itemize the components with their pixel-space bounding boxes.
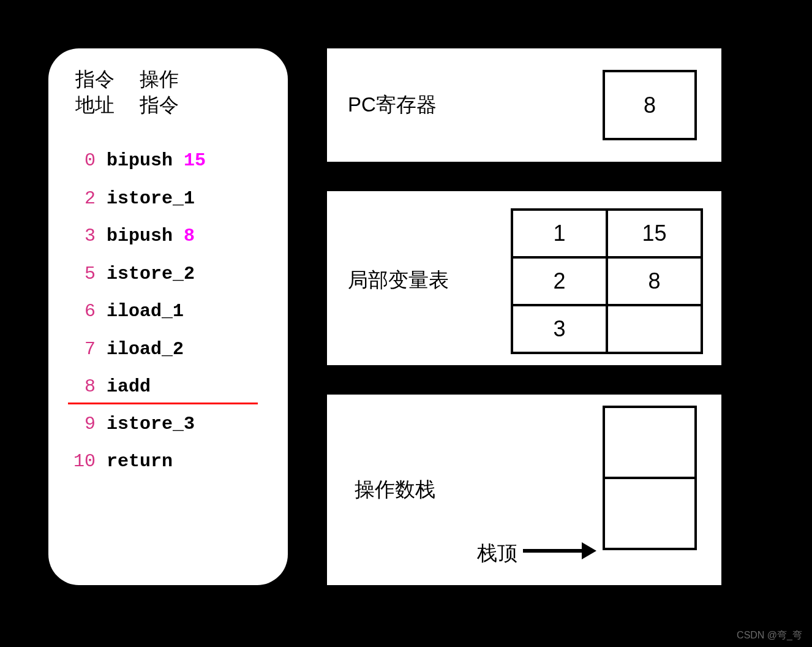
var-index: 1 bbox=[512, 210, 607, 257]
instruction-address: 6 bbox=[62, 293, 96, 331]
var-index: 2 bbox=[512, 257, 607, 305]
operand-stack-label: 操作数栈 bbox=[355, 476, 435, 504]
operand-stack-box: 操作数栈 栈顶 bbox=[327, 395, 721, 585]
instruction-row: 8 iadd bbox=[62, 368, 274, 406]
instruction-address: 7 bbox=[62, 331, 96, 369]
instruction-opcode: iload_2 bbox=[107, 339, 184, 360]
instruction-opcode: bipush bbox=[107, 225, 173, 246]
local-var-table-box: 局部变量表 115283 bbox=[327, 191, 721, 365]
instruction-opcode: return bbox=[107, 451, 173, 472]
instruction-opcode: istore_2 bbox=[107, 263, 195, 284]
instruction-opcode: iadd bbox=[107, 376, 151, 397]
instruction-row: 7 iload_2 bbox=[62, 331, 274, 369]
instruction-row: 6 iload_1 bbox=[62, 293, 274, 331]
pc-register-box: PC寄存器 8 bbox=[327, 48, 721, 162]
column-headers: 指令 地址 操作 指令 bbox=[75, 67, 274, 118]
instruction-address: 10 bbox=[62, 443, 96, 481]
stack-top-label: 栈顶 bbox=[477, 540, 517, 567]
pc-register-label: PC寄存器 bbox=[348, 91, 437, 119]
watermark: CSDN @弯_弯 bbox=[737, 629, 802, 642]
var-index: 3 bbox=[512, 305, 607, 353]
stack-cell bbox=[603, 406, 697, 479]
local-var-table: 115283 bbox=[511, 208, 703, 354]
header-col1-line1: 指令 bbox=[75, 67, 140, 93]
header-col2-line1: 操作 bbox=[140, 67, 179, 93]
pc-register-value-box: 8 bbox=[603, 70, 697, 140]
instruction-row: 2 istore_1 bbox=[62, 180, 274, 218]
table-row: 115 bbox=[512, 210, 702, 257]
var-value bbox=[607, 305, 702, 353]
table-row: 3 bbox=[512, 305, 702, 353]
instruction-panel: 指令 地址 操作 指令 0 bipush 152 istore_13 bipus… bbox=[48, 48, 288, 585]
instruction-address: 5 bbox=[62, 255, 96, 293]
instruction-address: 8 bbox=[62, 368, 96, 406]
instruction-opcode: iload_1 bbox=[107, 301, 184, 322]
table-row: 28 bbox=[512, 257, 702, 305]
instruction-row: 5 istore_2 bbox=[62, 255, 274, 293]
operand-stack bbox=[603, 406, 697, 550]
instruction-arg: 8 bbox=[184, 225, 195, 246]
local-var-label: 局部变量表 bbox=[348, 267, 449, 294]
var-value: 15 bbox=[607, 210, 702, 257]
var-value: 8 bbox=[607, 257, 702, 305]
right-panel: PC寄存器 8 局部变量表 115283 操作数栈 栈顶 bbox=[327, 48, 720, 585]
instruction-row: 10 return bbox=[62, 443, 274, 481]
instruction-row: 9 istore_3 bbox=[62, 406, 274, 444]
instruction-list: 0 bipush 152 istore_13 bipush 85 istore_… bbox=[62, 142, 274, 481]
instruction-opcode: istore_1 bbox=[107, 188, 195, 209]
pc-register-value: 8 bbox=[644, 93, 656, 118]
instruction-opcode: bipush bbox=[107, 150, 173, 171]
header-col1-line2: 地址 bbox=[75, 93, 140, 118]
instruction-opcode: istore_3 bbox=[107, 414, 195, 434]
stack-cell bbox=[603, 477, 697, 550]
instruction-row: 3 bipush 8 bbox=[62, 218, 274, 255]
instruction-address: 9 bbox=[62, 406, 96, 444]
header-col2-line2: 指令 bbox=[140, 93, 179, 118]
instruction-row: 0 bipush 15 bbox=[62, 142, 274, 180]
instruction-arg: 15 bbox=[184, 150, 206, 171]
instruction-address: 2 bbox=[62, 180, 96, 218]
instruction-address: 3 bbox=[62, 218, 96, 255]
instruction-address: 0 bbox=[62, 142, 96, 180]
